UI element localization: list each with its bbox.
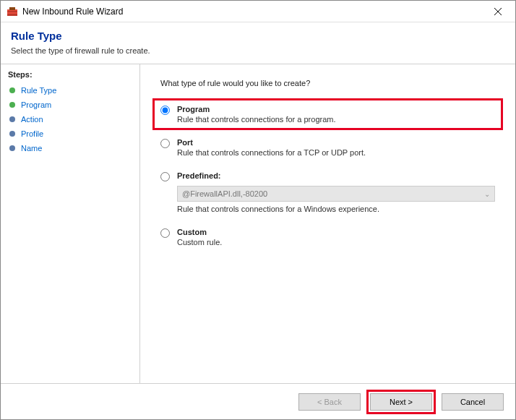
bullet-icon xyxy=(9,87,15,93)
step-program[interactable]: Program xyxy=(8,98,132,112)
step-label: Rule Type xyxy=(21,86,56,95)
step-label: Program xyxy=(21,100,51,109)
firewall-icon xyxy=(7,6,18,17)
step-label: Name xyxy=(21,144,42,153)
radio-program[interactable] xyxy=(160,106,170,115)
content: Steps: Rule Type Program Action Profile … xyxy=(1,64,515,383)
chevron-down-icon: ⌄ xyxy=(484,190,490,198)
option-program-title: Program xyxy=(177,105,495,113)
option-custom-title: Custom xyxy=(177,228,495,236)
bullet-icon xyxy=(9,145,15,151)
step-rule-type[interactable]: Rule Type xyxy=(8,83,132,98)
option-custom-desc: Custom rule. xyxy=(177,238,495,247)
option-port[interactable]: Port Rule that controls connections for … xyxy=(160,138,495,157)
radio-port[interactable] xyxy=(160,139,170,148)
option-predefined[interactable]: Predefined: xyxy=(160,171,495,181)
option-port-title: Port xyxy=(177,138,495,147)
bullet-icon xyxy=(9,116,15,122)
page-title: Rule Type xyxy=(11,30,505,42)
page-subtitle: Select the type of firewall rule to crea… xyxy=(11,46,505,55)
radio-custom[interactable] xyxy=(160,228,170,238)
highlight-next-button: Next > xyxy=(366,390,436,414)
svg-rect-3 xyxy=(9,7,15,10)
option-program[interactable]: Program Rule that controls connections f… xyxy=(160,105,495,124)
option-program-desc: Rule that controls connections for a pro… xyxy=(177,115,495,124)
bullet-icon xyxy=(9,102,15,108)
step-label: Profile xyxy=(21,129,43,138)
header: Rule Type Select the type of firewall ru… xyxy=(1,22,515,64)
option-predefined-title: Predefined: xyxy=(177,171,495,180)
question-text: What type of rule would you like to crea… xyxy=(160,79,495,87)
svg-rect-2 xyxy=(7,12,17,14)
step-name[interactable]: Name xyxy=(8,141,132,155)
step-profile[interactable]: Profile xyxy=(8,127,132,141)
predefined-dropdown[interactable]: @FirewallAPI.dll,-80200 ⌄ xyxy=(177,186,495,202)
highlight-program-option: Program Rule that controls connections f… xyxy=(152,98,503,130)
dropdown-value: @FirewallAPI.dll,-80200 xyxy=(182,189,267,198)
option-predefined-desc: Rule that controls connections for a Win… xyxy=(177,205,495,213)
steps-sidebar: Steps: Rule Type Program Action Profile … xyxy=(1,64,140,383)
radio-predefined[interactable] xyxy=(160,172,170,181)
titlebar: New Inbound Rule Wizard xyxy=(1,1,515,22)
step-label: Action xyxy=(21,115,43,124)
wizard-window: New Inbound Rule Wizard Rule Type Select… xyxy=(0,0,516,420)
steps-heading: Steps: xyxy=(8,70,132,79)
step-action[interactable]: Action xyxy=(8,112,132,127)
next-button[interactable]: Next > xyxy=(370,393,432,411)
bullet-icon xyxy=(9,131,15,137)
option-custom[interactable]: Custom Custom rule. xyxy=(160,228,495,247)
cancel-button[interactable]: Cancel xyxy=(442,393,504,411)
window-title: New Inbound Rule Wizard xyxy=(22,7,483,17)
option-port-desc: Rule that controls connections for a TCP… xyxy=(177,148,495,157)
main-panel: What type of rule would you like to crea… xyxy=(140,64,515,383)
back-button[interactable]: < Back xyxy=(298,393,361,411)
close-button[interactable] xyxy=(483,1,512,22)
footer: < Back Next > Cancel xyxy=(1,383,515,419)
